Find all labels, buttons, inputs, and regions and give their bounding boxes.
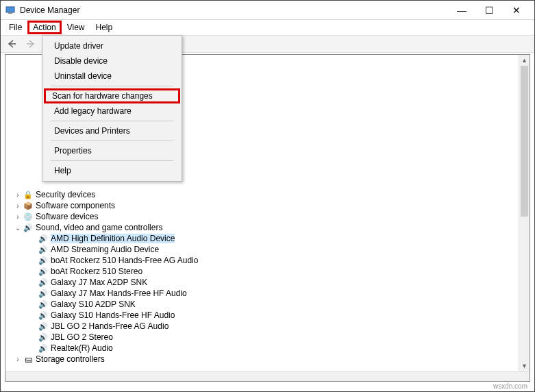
menu-view[interactable]: View <box>62 21 90 34</box>
tree-node-amd-streaming[interactable]: 🔊 AMD Streaming Audio Device <box>7 244 528 255</box>
chevron-right-icon[interactable]: › <box>14 202 22 210</box>
node-label: Galaxy S10 A2DP SNK <box>51 299 136 309</box>
back-button[interactable] <box>3 36 20 51</box>
tree-node-boat-ag[interactable]: 🔊 boAt Rockerz 510 Hands-Free AG Audio <box>7 255 528 266</box>
speaker-icon: 🔊 <box>38 332 49 343</box>
menu-separator <box>51 86 173 86</box>
tree-node-security-devices[interactable]: › 🔒 Security devices <box>7 189 528 200</box>
tree-node-storage-controllers[interactable]: › 🖴 Storage controllers <box>7 354 528 365</box>
node-label: JBL GO 2 Hands-Free AG Audio <box>51 321 169 331</box>
tree-node-j7-a2dp[interactable]: 🔊 Galaxy J7 Max A2DP SNK <box>7 277 528 288</box>
tree-node-amd-hd-audio[interactable]: 🔊 AMD High Definition Audio Device <box>7 233 528 244</box>
tree-node-software-components[interactable]: › 📦 Software components <box>7 200 528 211</box>
chevron-right-icon[interactable]: › <box>14 191 22 199</box>
app-icon <box>5 5 16 16</box>
vertical-scrollbar[interactable]: ▲ ▼ <box>519 55 530 371</box>
menu-properties[interactable]: Properties <box>44 143 180 158</box>
menu-uninstall-device[interactable]: Uninstall device <box>44 69 180 84</box>
horizontal-scrollbar[interactable] <box>5 371 530 381</box>
tree-node-sound-controllers[interactable]: ⌄ 🔊 Sound, video and game controllers <box>7 222 528 233</box>
node-label: JBL GO 2 Stereo <box>51 332 113 342</box>
menu-action[interactable]: Action <box>27 21 61 34</box>
close-button[interactable]: ✕ <box>503 2 530 19</box>
speaker-icon: 🔊 <box>38 244 49 255</box>
speaker-icon: 🔊 <box>38 343 49 354</box>
tree-node-boat-stereo[interactable]: 🔊 boAt Rockerz 510 Stereo <box>7 266 528 277</box>
tree-node-realtek[interactable]: 🔊 Realtek(R) Audio <box>7 343 528 354</box>
tree-node-jbl-ag[interactable]: 🔊 JBL GO 2 Hands-Free AG Audio <box>7 321 528 332</box>
menu-scan-hardware[interactable]: Scan for hardware changes <box>44 88 180 103</box>
window-controls: — ☐ ✕ <box>448 2 530 19</box>
menu-separator <box>51 140 173 141</box>
scroll-down-icon[interactable]: ▼ <box>519 360 530 371</box>
chevron-down-icon[interactable]: ⌄ <box>14 224 22 232</box>
node-label: Galaxy S10 Hands-Free HF Audio <box>51 310 175 320</box>
speaker-icon: 🔊 <box>38 299 49 310</box>
action-dropdown: Update driver Disable device Uninstall d… <box>42 35 182 182</box>
svg-rect-1 <box>8 12 12 14</box>
software-icon: 💿 <box>23 211 34 222</box>
node-label: Galaxy J7 Max A2DP SNK <box>51 278 147 287</box>
menu-help[interactable]: Help <box>90 21 119 34</box>
menu-disable-device[interactable]: Disable device <box>44 53 180 69</box>
speaker-icon: 🔊 <box>38 321 49 332</box>
node-label: Software components <box>36 201 115 210</box>
node-label: boAt Rockerz 510 Stereo <box>51 267 142 276</box>
node-label: Software devices <box>36 212 98 221</box>
menu-help-item[interactable]: Help <box>44 163 180 178</box>
speaker-icon: 🔊 <box>38 288 49 299</box>
chevron-right-icon[interactable]: › <box>14 213 22 221</box>
window-title: Device Manager <box>20 5 448 15</box>
tree-node-j7-hf[interactable]: 🔊 Galaxy J7 Max Hands-Free HF Audio <box>7 288 528 299</box>
svg-rect-0 <box>6 7 14 12</box>
maximize-button[interactable]: ☐ <box>475 2 503 19</box>
storage-icon: 🖴 <box>23 354 34 365</box>
node-label: Sound, video and game controllers <box>36 223 162 232</box>
menu-separator <box>51 121 173 121</box>
menu-update-driver[interactable]: Update driver <box>44 38 180 53</box>
menu-file[interactable]: File <box>3 21 27 34</box>
speaker-icon: 🔊 <box>38 255 49 266</box>
tree-node-s10-hf[interactable]: 🔊 Galaxy S10 Hands-Free HF Audio <box>7 310 528 321</box>
forward-button[interactable] <box>23 36 39 51</box>
speaker-icon: 🔊 <box>38 233 49 244</box>
minimize-button[interactable]: — <box>448 2 475 19</box>
tree-node-jbl-stereo[interactable]: 🔊 JBL GO 2 Stereo <box>7 332 528 343</box>
tree-node-s10-a2dp[interactable]: 🔊 Galaxy S10 A2DP SNK <box>7 299 528 310</box>
menu-bar: File Action View Help <box>1 20 534 35</box>
menu-separator <box>51 160 173 161</box>
sound-icon: 🔊 <box>23 222 34 233</box>
scroll-up-icon[interactable]: ▲ <box>519 55 530 66</box>
chevron-right-icon[interactable]: › <box>14 356 22 363</box>
tree-node-software-devices[interactable]: › 💿 Software devices <box>7 211 528 222</box>
node-label: boAt Rockerz 510 Hands-Free AG Audio <box>51 256 198 265</box>
node-label: AMD Streaming Audio Device <box>51 245 159 254</box>
speaker-icon: 🔊 <box>38 310 49 321</box>
node-label: Galaxy J7 Max Hands-Free HF Audio <box>51 289 187 298</box>
menu-devices-printers[interactable]: Devices and Printers <box>44 123 180 138</box>
scrollbar-thumb[interactable] <box>521 66 528 217</box>
security-icon: 🔒 <box>23 189 34 200</box>
menu-add-legacy[interactable]: Add legacy hardware <box>44 103 180 119</box>
node-label: Realtek(R) Audio <box>51 343 113 353</box>
speaker-icon: 🔊 <box>38 266 49 277</box>
watermark: wsxdn.com <box>493 382 527 390</box>
node-label: AMD High Definition Audio Device <box>51 234 175 243</box>
title-bar: Device Manager — ☐ ✕ <box>1 1 534 20</box>
node-label: Storage controllers <box>36 354 105 364</box>
node-label: Security devices <box>36 190 95 199</box>
component-icon: 📦 <box>23 200 34 211</box>
speaker-icon: 🔊 <box>38 277 49 288</box>
